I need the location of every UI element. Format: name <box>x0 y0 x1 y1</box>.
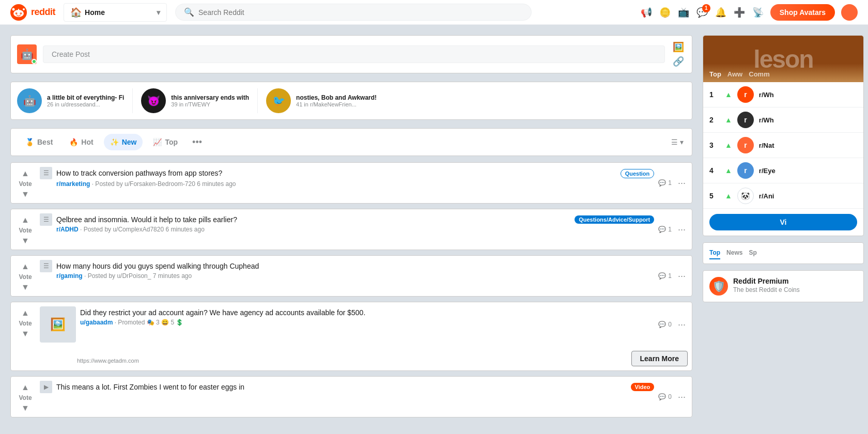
post-title[interactable]: Did they restrict your ad account again?… <box>80 308 654 317</box>
post-main-content: Did they restrict your ad account again?… <box>80 306 654 343</box>
story-item[interactable]: 🤖 a little bit of everything- Fi 26 in u… <box>17 88 124 113</box>
sort-hot-button[interactable]: 🔥 Hot <box>63 134 99 150</box>
vote-label: Vote <box>19 180 32 188</box>
post-title[interactable]: How many hours did you guys spend walkin… <box>56 262 654 270</box>
post-author-link[interactable]: u/gabaadm <box>80 319 113 326</box>
banner-tab-top[interactable]: Top <box>709 70 721 78</box>
reddit-logo-icon <box>10 4 27 21</box>
sort-view-toggle[interactable]: ☰ ▾ <box>671 138 684 146</box>
post-title[interactable]: This means a lot. First Zombies I went t… <box>56 383 627 391</box>
post-more-button[interactable]: ··· <box>676 222 688 237</box>
trending-item[interactable]: 3 ▲ r r/Nat <box>703 133 863 158</box>
home-nav-dropdown[interactable]: 🏠 Home ▾ <box>64 3 167 22</box>
trending-item[interactable]: 2 ▲ r r/Wh <box>703 107 863 133</box>
upvote-icon: ▲ <box>21 383 29 392</box>
trending-item[interactable]: 5 ▲ 🐼 r/Ani <box>703 183 863 209</box>
user-avatar[interactable] <box>841 4 858 21</box>
sort-top-button[interactable]: 📈 Top <box>147 134 184 150</box>
link-icon[interactable]: 🔗 <box>671 54 686 69</box>
banner-tab-aww[interactable]: Aww <box>727 70 742 78</box>
upvote-button[interactable]: ▲ <box>21 169 29 178</box>
story-avatar: 😈 <box>141 88 166 113</box>
post-tag: Question <box>621 169 655 178</box>
sort-new-label: New <box>122 138 137 146</box>
post-more-button[interactable]: ··· <box>676 269 688 284</box>
svg-point-5 <box>12 8 15 10</box>
trending-item[interactable]: 1 ▲ r r/Wh <box>703 82 863 107</box>
comment-icon: 💬 <box>658 272 666 280</box>
upvote-icon: ▲ <box>21 262 29 271</box>
comment-button[interactable]: 💬 0 <box>658 393 672 400</box>
story-meta: 26 in u/dressedand... <box>47 101 124 107</box>
sort-top-label: Top <box>165 138 178 146</box>
post-subreddit-link[interactable]: r/ADHD <box>56 226 79 233</box>
sort-more-button[interactable]: ••• <box>188 135 206 150</box>
comment-button[interactable]: 💬 1 <box>658 272 672 280</box>
search-bar[interactable]: 🔍 <box>175 4 532 21</box>
sort-best-label: Best <box>37 138 53 146</box>
comment-button[interactable]: 💬 1 <box>658 226 672 233</box>
sidebar-tab-sp[interactable]: Sp <box>749 247 756 259</box>
story-title: this anniversary ends with <box>171 94 249 101</box>
post-title[interactable]: How to track conversion pathways from ap… <box>56 169 616 177</box>
broadcast-icon[interactable]: 📡 <box>752 6 764 19</box>
post-subreddit-link[interactable]: r/gaming <box>56 272 83 280</box>
upvote-button[interactable]: ▲ <box>21 383 29 392</box>
sidebar-tab-news[interactable]: News <box>726 247 742 259</box>
trending-rank: 2 <box>709 116 720 124</box>
downvote-button[interactable]: ▼ <box>21 404 29 413</box>
home-nav-label: Home <box>85 8 105 17</box>
notifications-icon[interactable]: 🔔 <box>715 6 727 19</box>
top-icon: 📈 <box>153 138 162 146</box>
vote-controls: ▲ Vote ▼ <box>15 260 36 292</box>
comment-button[interactable]: 💬 0 <box>658 321 672 328</box>
post-title[interactable]: Qelbree and insomnia. Would it help to t… <box>56 215 570 224</box>
view-all-button[interactable]: Vi <box>709 214 857 230</box>
chat-icon[interactable]: 💬 1 <box>696 6 708 19</box>
trending-sub-name: r/Eye <box>759 167 776 175</box>
post-more-button[interactable]: ··· <box>676 176 688 191</box>
downvote-button[interactable]: ▼ <box>21 236 29 245</box>
downvote-icon: ▼ <box>21 283 29 292</box>
sidebar-tab-top[interactable]: Top <box>709 247 720 259</box>
premium-title: Reddit Premium <box>733 277 800 285</box>
sort-best-button[interactable]: 🏅 Best <box>19 134 59 150</box>
comment-button[interactable]: 💬 1 <box>658 179 672 187</box>
post-subreddit-link[interactable]: r/marketing <box>56 180 90 188</box>
learn-more-button[interactable]: Learn More <box>631 351 688 366</box>
post-item: ▲ Vote ▼ ☰ How to track conversion pathw… <box>10 162 692 204</box>
sidebar-banner-text: leson <box>753 45 813 73</box>
create-post-icon[interactable]: ➕ <box>733 6 746 19</box>
downvote-button[interactable]: ▼ <box>21 283 29 292</box>
story-item[interactable]: 😈 this anniversary ends with 39 in r/TWE… <box>141 88 249 113</box>
upvote-button[interactable]: ▲ <box>21 262 29 271</box>
trending-rank: 3 <box>709 141 720 149</box>
logo[interactable]: reddit <box>10 4 55 21</box>
trending-sub-name: r/Ani <box>759 192 774 200</box>
promoted-label: · Promoted <box>115 319 147 326</box>
post-more-button[interactable]: ··· <box>676 390 688 405</box>
create-post-input[interactable]: Create Post <box>43 45 665 63</box>
coins-icon[interactable]: 🪙 <box>659 6 671 19</box>
upvote-button[interactable]: ▲ <box>21 308 29 318</box>
trending-item[interactable]: 4 ▲ r r/Eye <box>703 158 863 183</box>
post-more-button[interactable]: ··· <box>676 317 688 332</box>
image-upload-icon[interactable]: 🖼️ <box>671 40 686 54</box>
story-info: nosties, Bob and Awkward! 41 in r/MakeNe… <box>296 94 377 107</box>
comment-count: 0 <box>668 321 672 328</box>
sort-new-button[interactable]: ✨ New <box>104 134 143 150</box>
search-input[interactable] <box>198 8 523 17</box>
downvote-button[interactable]: ▼ <box>21 329 29 338</box>
video-icon[interactable]: 📺 <box>677 6 690 19</box>
upvote-button[interactable]: ▲ <box>21 215 29 225</box>
story-item[interactable]: 🐦 nosties, Bob and Awkward! 41 in r/Make… <box>266 88 377 113</box>
comment-icon: 💬 <box>658 321 666 328</box>
story-title: nosties, Bob and Awkward! <box>296 94 377 101</box>
post-author: u/DrPoison_ <box>117 272 151 280</box>
banner-tab-comm[interactable]: Comm <box>749 70 769 78</box>
dropdown-arrow-icon: ▾ <box>157 8 160 17</box>
downvote-button[interactable]: ▼ <box>21 190 29 199</box>
post-main-content: Qelbree and insomnia. Would it help to t… <box>56 213 654 245</box>
advertise-icon[interactable]: 📢 <box>640 6 653 19</box>
shop-avatars-button[interactable]: Shop Avatars <box>770 4 835 21</box>
